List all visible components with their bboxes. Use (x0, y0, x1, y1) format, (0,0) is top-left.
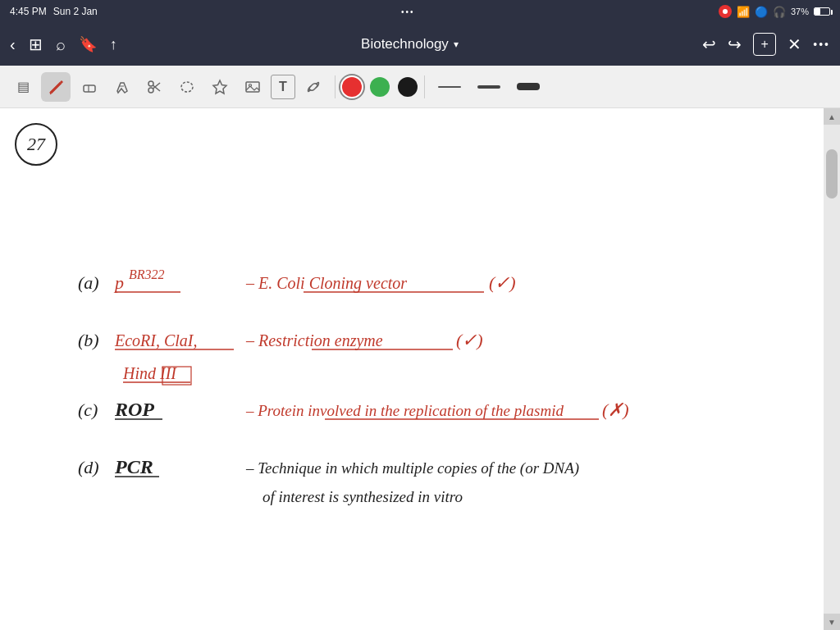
date: Sun 2 Jan (53, 6, 98, 17)
status-center: ••• (401, 7, 415, 16)
link-tool-button[interactable] (299, 72, 328, 102)
toolbar: ▤ (0, 66, 840, 108)
add-page-button[interactable]: + (753, 33, 776, 56)
redo-button[interactable]: ↪ (728, 34, 742, 54)
record-indicator (719, 5, 732, 18)
svg-marker-9 (213, 80, 226, 94)
highlighter-tool-button[interactable] (107, 72, 136, 102)
record-dot-inner (723, 9, 728, 14)
more-options-button[interactable]: ••• (813, 38, 830, 51)
grid-button[interactable]: ⊞ (29, 34, 43, 54)
image-tool-button[interactable] (238, 72, 267, 102)
svg-text:(✗): (✗) (602, 399, 629, 420)
nav-right: ↩ ↪ + ✕ ••• (702, 33, 830, 56)
title-dropdown-icon[interactable]: ▾ (454, 39, 459, 50)
toolbar-separator-2 (424, 75, 425, 98)
nav-left: ‹ ⊞ ⌕ 🔖 ↑ (10, 34, 117, 54)
svg-text:BR322: BR322 (129, 267, 165, 281)
svg-text:(a): (a) (78, 272, 99, 293)
line-weight-medium[interactable] (471, 84, 507, 90)
svg-line-0 (50, 92, 51, 94)
svg-text:p: p (113, 272, 124, 293)
share-button[interactable]: ↑ (110, 36, 117, 53)
svg-text:– E. Coli Cloning vector: – E. Coli Cloning vector (245, 274, 407, 293)
svg-text:of interest is synthesized in : of interest is synthesized in vitro (262, 488, 463, 505)
line-weight-thick[interactable] (510, 81, 546, 92)
color-black[interactable] (398, 77, 418, 97)
scissors-tool-button[interactable] (139, 72, 169, 102)
scrollbar[interactable]: ▲ ▼ (824, 108, 840, 630)
svg-text:(c): (c) (78, 399, 98, 420)
canvas-area: 27 (a) p BR322 – E. Coli Cloning vector … (0, 108, 840, 630)
svg-point-4 (148, 81, 153, 86)
wifi-icon: 📶 (737, 6, 750, 18)
undo-button[interactable]: ↩ (702, 34, 716, 54)
nav-center: Biotechnology ▾ (130, 36, 690, 52)
svg-rect-1 (84, 85, 95, 92)
svg-text:(b): (b) (78, 330, 99, 350)
back-button[interactable]: ‹ (10, 35, 16, 54)
headphone-icon: 🎧 (773, 6, 786, 18)
status-bar: 4:45 PM Sun 2 Jan ••• 📶 🔵 🎧 37% (0, 0, 840, 23)
scroll-down-arrow[interactable]: ▼ (824, 614, 840, 630)
toolbar-separator-1 (335, 75, 336, 98)
eraser-tool-button[interactable] (74, 72, 103, 102)
color-green[interactable] (370, 77, 390, 97)
line-weight-thin[interactable] (431, 84, 468, 89)
svg-text:(✓): (✓) (456, 330, 483, 350)
note-item-a: (a) p BR322 – E. Coli Cloning vector (✓) (78, 267, 516, 293)
note-item-b: (b) EcoRI, ClaI, Hind III – Restriction … (78, 330, 483, 385)
svg-text:EcoRI, ClaI,: EcoRI, ClaI, (114, 331, 198, 349)
battery-percent: 37% (791, 7, 809, 16)
svg-point-5 (148, 88, 153, 93)
svg-text:– Restriction enzyme: – Restriction enzyme (245, 331, 383, 350)
svg-text:PCR: PCR (114, 456, 153, 477)
status-left: 4:45 PM Sun 2 Jan (10, 6, 98, 17)
document-title: Biotechnology (361, 36, 449, 52)
scrollbar-handle[interactable] (826, 149, 838, 199)
star-tool-button[interactable] (205, 72, 235, 102)
time: 4:45 PM (10, 6, 47, 17)
svg-point-8 (181, 82, 193, 92)
svg-text:(✓): (✓) (489, 272, 516, 293)
text-tool-button[interactable]: T (271, 75, 295, 99)
note-item-d: (d) PCR – Technique in which multiple co… (78, 456, 579, 505)
color-red[interactable] (342, 77, 362, 97)
svg-text:– Technique in which multiple : – Technique in which multiple copies of … (245, 459, 579, 477)
sidebar-toggle-button[interactable]: ▤ (8, 72, 38, 102)
note-item-c: (c) ROP – Protein involved in the replic… (78, 399, 629, 420)
bluetooth-icon: 🔵 (755, 6, 768, 18)
svg-text:ROP: ROP (114, 399, 154, 420)
svg-text:(d): (d) (78, 457, 99, 477)
note-content: (a) p BR322 – E. Coli Cloning vector (✓)… (0, 108, 824, 630)
svg-text:– Protein involved in the repl: – Protein involved in the replication of… (245, 402, 564, 419)
bookmark-button[interactable]: 🔖 (79, 35, 97, 53)
search-button[interactable]: ⌕ (56, 35, 66, 54)
ellipsis-dots: ••• (401, 7, 415, 16)
svg-rect-10 (246, 82, 259, 92)
nav-bar: ‹ ⊞ ⌕ 🔖 ↑ Biotechnology ▾ ↩ ↪ + ✕ ••• (0, 23, 840, 66)
scroll-up-arrow[interactable]: ▲ (824, 108, 840, 125)
battery-icon (814, 7, 830, 16)
pen-tool-button[interactable] (41, 72, 71, 102)
lasso-tool-button[interactable] (172, 72, 202, 102)
close-button[interactable]: ✕ (788, 34, 801, 54)
status-right: 📶 🔵 🎧 37% (719, 5, 830, 18)
